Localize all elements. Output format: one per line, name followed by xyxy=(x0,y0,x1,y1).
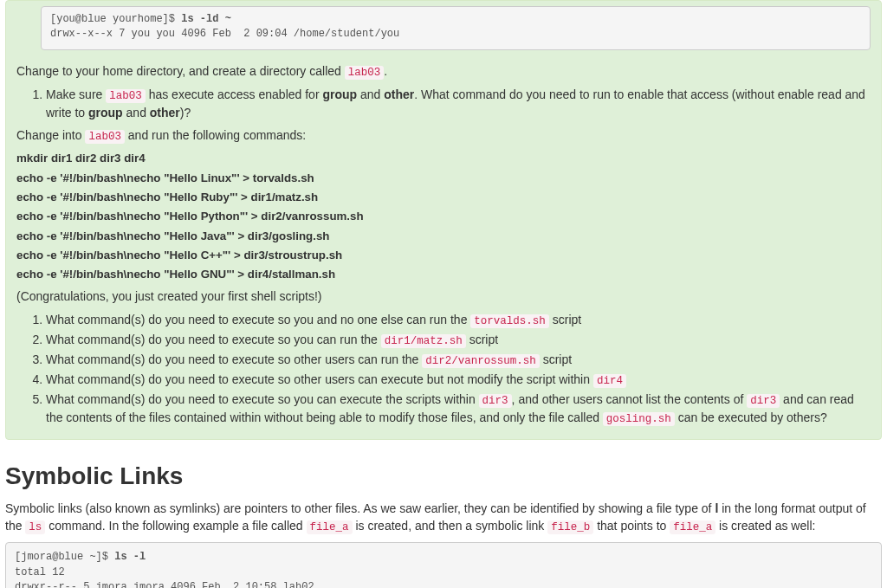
text: and run the following commands: xyxy=(125,128,306,142)
question-1: Make sure lab03 has execute access enabl… xyxy=(46,86,871,121)
text: , and other users cannot list the conten… xyxy=(512,392,748,406)
text: )? xyxy=(180,106,191,120)
text: What command(s) do you need to execute s… xyxy=(46,313,470,326)
terminal-block-top: [you@blue yourhome]$ ls -ld ~ drwx--x--x… xyxy=(41,6,871,50)
exercise-panel: [you@blue yourhome]$ ls -ld ~ drwx--x--x… xyxy=(5,0,882,440)
output-line: total 12 xyxy=(15,566,65,578)
question-3: What command(s) do you need to execute s… xyxy=(46,351,871,369)
bold-group: group xyxy=(322,87,357,101)
text: and xyxy=(357,87,384,101)
question-4: What command(s) do you need to execute s… xyxy=(46,371,871,389)
text: script xyxy=(549,313,581,326)
prompt: [jmora@blue ~]$ xyxy=(15,551,114,563)
code-file: torvalds.sh xyxy=(470,314,549,328)
code-dir: dir4 xyxy=(593,374,626,388)
code-lab03: lab03 xyxy=(106,89,146,103)
paragraph-change: Change to your home directory, and creat… xyxy=(16,62,871,81)
code-file-a: file_a xyxy=(670,520,715,534)
code-lab03: lab03 xyxy=(85,130,125,144)
terminal-block-bottom: [jmora@blue ~]$ ls -l total 12 drwxr--r-… xyxy=(5,542,882,588)
code-file-a: file_a xyxy=(307,520,353,534)
question-5: What command(s) do you need to execute s… xyxy=(46,391,871,427)
question-list-2: What command(s) do you need to execute s… xyxy=(16,311,871,428)
code-file: dir1/matz.sh xyxy=(381,334,466,348)
text: What command(s) do you need to execute s… xyxy=(46,333,381,346)
command-line: mkdir dir1 dir2 dir3 dir4 xyxy=(16,150,871,166)
command-line: echo -e '#!/bin/bash\necho "Hello Python… xyxy=(16,208,871,224)
question-1: What command(s) do you need to execute s… xyxy=(46,311,871,329)
output-line: drwxr--r-- 5 jmora jmora 4096 Feb 2 10:5… xyxy=(15,581,314,588)
code-file: dir2/vanrossum.sh xyxy=(422,354,540,368)
text: What command(s) do you need to execute s… xyxy=(46,352,422,366)
code-file-b: file_b xyxy=(547,520,593,534)
code-dir: dir3 xyxy=(747,394,780,408)
output-line: drwx--x--x 7 you you 4096 Feb 2 09:04 /h… xyxy=(50,28,399,40)
command-line: echo -e '#!/bin/bash\necho "Hello Java"'… xyxy=(16,228,871,244)
section-heading-symbolic-links: Symbolic Links xyxy=(5,459,887,494)
text: is created, and then a symbolic link xyxy=(353,519,548,533)
code-file: gosling.sh xyxy=(603,412,675,426)
symlink-paragraph: Symbolic links (also known as symlinks) … xyxy=(5,500,882,535)
bold-other: other xyxy=(150,106,180,120)
code-lab03: lab03 xyxy=(345,66,385,80)
code-ls: ls xyxy=(25,520,45,534)
text: Symbolic links (also known as symlinks) … xyxy=(5,501,715,515)
question-list-1: Make sure lab03 has execute access enabl… xyxy=(16,86,871,121)
question-2: What command(s) do you need to execute s… xyxy=(46,331,871,349)
command-line: echo -e '#!/bin/bash\necho "Hello Ruby"'… xyxy=(16,189,871,205)
bold-group: group xyxy=(88,106,123,120)
paragraph-into: Change into lab03 and run the following … xyxy=(16,126,871,145)
text: What command(s) do you need to execute s… xyxy=(46,372,593,386)
command: ls -l xyxy=(114,551,146,563)
text: command. In the following example a file… xyxy=(45,519,306,533)
paragraph-congrats: (Congratulations, you just created your … xyxy=(16,288,871,305)
text: . xyxy=(384,64,387,78)
prompt: [you@blue yourhome]$ xyxy=(50,13,181,25)
command-line: echo -e '#!/bin/bash\necho "Hello GNU"' … xyxy=(16,266,871,282)
text: Change to your home directory, and creat… xyxy=(16,64,345,78)
text: can be executed by others? xyxy=(675,410,827,424)
text: Make sure xyxy=(46,87,106,101)
text: Change into xyxy=(16,128,85,142)
text: has execute access enabled for xyxy=(146,87,323,101)
text: script xyxy=(466,333,498,346)
text: and xyxy=(123,106,150,120)
text: is created as well: xyxy=(715,519,815,533)
code-dir: dir3 xyxy=(479,394,512,408)
command: ls -ld ~ xyxy=(181,13,231,25)
command-line: echo -e '#!/bin/bash\necho "Hello C++"' … xyxy=(16,247,871,263)
text: that points to xyxy=(593,519,670,533)
command-line: echo -e '#!/bin/bash\necho "Hello Linux"… xyxy=(16,170,871,186)
text: What command(s) do you need to execute s… xyxy=(46,392,479,406)
text: script xyxy=(540,352,572,366)
bold-other: other xyxy=(384,87,414,101)
